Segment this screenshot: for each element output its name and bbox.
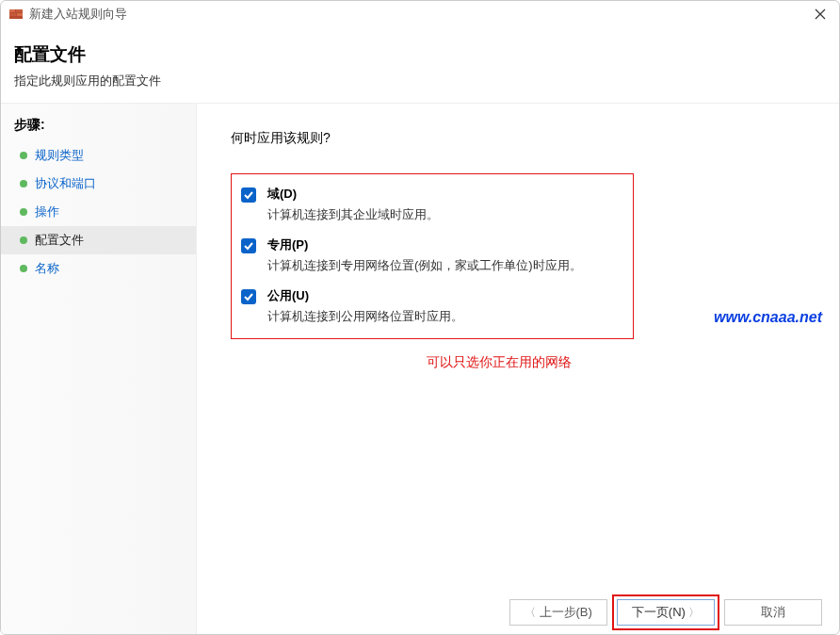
option-public: 公用(U) 计算机连接到公用网络位置时应用。 — [241, 287, 622, 325]
page-subtitle: 指定此规则应用的配置文件 — [14, 73, 839, 90]
titlebar: 新建入站规则向导 — [1, 1, 839, 27]
sidebar-item-label: 规则类型 — [35, 147, 84, 164]
svg-rect-3 — [9, 13, 16, 16]
next-button-label: 下一页(N) — [632, 604, 686, 621]
option-title: 专用(P) — [267, 236, 582, 253]
option-desc: 计算机连接到公用网络位置时应用。 — [267, 308, 463, 325]
back-button-label: 上一步(B) — [540, 604, 592, 621]
option-domain: 域(D) 计算机连接到其企业域时应用。 — [241, 186, 622, 223]
checkbox-private[interactable] — [241, 238, 256, 253]
sidebar-item-label: 配置文件 — [35, 232, 84, 249]
sidebar-item-label: 操作 — [35, 204, 59, 220]
sidebar-item-label: 协议和端口 — [35, 175, 96, 192]
sidebar-item-protocol-port[interactable]: 协议和端口 — [1, 170, 196, 198]
option-title: 公用(U) — [267, 287, 463, 304]
sidebar-item-name[interactable]: 名称 — [1, 254, 196, 283]
cancel-button[interactable]: 取消 — [724, 599, 822, 626]
checkmark-icon — [243, 189, 254, 201]
window-title: 新建入站规则向导 — [29, 6, 127, 23]
section-question: 何时应用该规则? — [231, 130, 805, 147]
close-icon — [815, 8, 826, 20]
step-bullet-icon — [20, 265, 27, 272]
next-button[interactable]: 下一页(N) 〉 — [617, 599, 715, 626]
checkbox-public[interactable] — [241, 289, 256, 304]
sidebar-item-rule-type[interactable]: 规则类型 — [1, 141, 196, 170]
step-bullet-icon — [20, 208, 27, 216]
profile-options-group: 域(D) 计算机连接到其企业域时应用。 专用(P) 计算机连接到专用网络位置(例… — [231, 173, 634, 339]
cancel-button-label: 取消 — [761, 604, 785, 621]
svg-rect-4 — [17, 13, 23, 16]
sidebar-item-action[interactable]: 操作 — [1, 198, 196, 226]
watermark-text: www.cnaaa.net — [714, 309, 822, 326]
svg-rect-2 — [16, 9, 23, 12]
checkmark-icon — [243, 240, 254, 252]
firewall-icon — [8, 7, 24, 22]
svg-rect-1 — [9, 9, 15, 12]
close-button[interactable] — [809, 3, 832, 25]
chevron-right-icon: 〉 — [686, 605, 700, 621]
option-private: 专用(P) 计算机连接到专用网络位置(例如，家或工作单位)时应用。 — [241, 236, 622, 274]
option-title: 域(D) — [267, 186, 439, 203]
sidebar-item-profile[interactable]: 配置文件 — [1, 226, 196, 254]
steps-label: 步骤: — [1, 113, 196, 141]
chevron-left-icon: 〈 — [525, 605, 539, 621]
back-button[interactable]: 〈 上一步(B) — [509, 599, 607, 626]
sidebar-item-label: 名称 — [35, 260, 59, 277]
step-bullet-icon — [20, 180, 27, 187]
steps-sidebar: 步骤: 规则类型 协议和端口 操作 配置文件 名称 — [1, 104, 197, 635]
option-desc: 计算机连接到其企业域时应用。 — [267, 206, 439, 223]
option-desc: 计算机连接到专用网络位置(例如，家或工作单位)时应用。 — [267, 257, 582, 274]
step-bullet-icon — [20, 152, 27, 159]
checkmark-icon — [243, 291, 254, 302]
wizard-header: 配置文件 指定此规则应用的配置文件 — [1, 27, 839, 104]
wizard-footer: 〈 上一步(B) 下一页(N) 〉 取消 — [509, 599, 822, 626]
page-title: 配置文件 — [14, 42, 839, 67]
annotation-note: 可以只选你正在用的网络 — [193, 354, 805, 371]
checkbox-domain[interactable] — [241, 187, 256, 203]
main-panel: 何时应用该规则? 域(D) 计算机连接到其企业域时应用。 专用(P) 计算机连接… — [197, 104, 839, 635]
step-bullet-icon — [20, 236, 27, 244]
